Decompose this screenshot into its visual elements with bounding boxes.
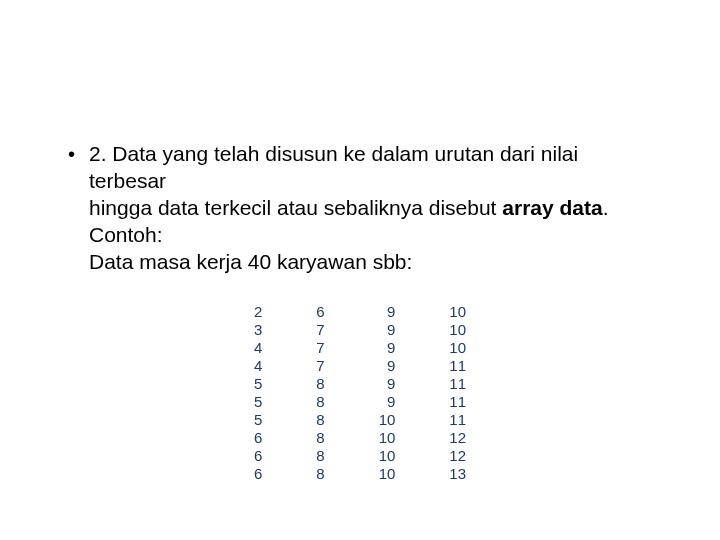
cell: 9 bbox=[387, 357, 395, 375]
cell: 12 bbox=[449, 429, 466, 447]
cell: 7 bbox=[316, 357, 324, 375]
cell: 9 bbox=[387, 375, 395, 393]
cell: 8 bbox=[316, 447, 324, 465]
cell: 3 bbox=[254, 321, 262, 339]
cell: 7 bbox=[316, 339, 324, 357]
cell: 11 bbox=[449, 375, 466, 393]
cell: 11 bbox=[449, 411, 466, 429]
cell: 9 bbox=[387, 339, 395, 357]
text-line-2-bold: array data bbox=[502, 196, 602, 219]
cell: 9 bbox=[387, 393, 395, 411]
cell: 10 bbox=[449, 303, 466, 321]
data-table: 2 3 4 4 5 5 5 6 6 6 6 7 7 7 8 8 8 8 8 8 … bbox=[60, 303, 660, 483]
text-line-4: Data masa kerja 40 karyawan sbb: bbox=[89, 250, 412, 273]
cell: 10 bbox=[449, 339, 466, 357]
cell: 6 bbox=[316, 303, 324, 321]
cell: 4 bbox=[254, 339, 262, 357]
cell: 10 bbox=[379, 411, 396, 429]
cell: 12 bbox=[449, 447, 466, 465]
cell: 10 bbox=[449, 321, 466, 339]
cell: 9 bbox=[387, 303, 395, 321]
cell: 6 bbox=[254, 465, 262, 483]
cell: 5 bbox=[254, 393, 262, 411]
cell: 8 bbox=[316, 465, 324, 483]
bullet-text: 2. Data yang telah disusun ke dalam urut… bbox=[89, 140, 660, 275]
cell: 5 bbox=[254, 411, 262, 429]
cell: 11 bbox=[449, 357, 466, 375]
data-column-3: 9 9 9 9 9 9 10 10 10 10 bbox=[379, 303, 396, 483]
cell: 13 bbox=[449, 465, 466, 483]
slide: • 2. Data yang telah disusun ke dalam ur… bbox=[0, 0, 720, 540]
cell: 8 bbox=[316, 375, 324, 393]
text-line-2a: hingga data terkecil atau sebaliknya dis… bbox=[89, 196, 502, 219]
cell: 6 bbox=[254, 447, 262, 465]
text-line-2b: . bbox=[603, 196, 609, 219]
data-column-2: 6 7 7 7 8 8 8 8 8 8 bbox=[316, 303, 324, 483]
cell: 5 bbox=[254, 375, 262, 393]
cell: 4 bbox=[254, 357, 262, 375]
cell: 11 bbox=[449, 393, 466, 411]
data-column-4: 10 10 10 11 11 11 11 12 12 13 bbox=[449, 303, 466, 483]
cell: 10 bbox=[379, 429, 396, 447]
cell: 10 bbox=[379, 465, 396, 483]
bullet-marker: • bbox=[68, 140, 75, 168]
cell: 6 bbox=[254, 429, 262, 447]
cell: 8 bbox=[316, 411, 324, 429]
cell: 10 bbox=[379, 447, 396, 465]
cell: 8 bbox=[316, 393, 324, 411]
bullet-item: • 2. Data yang telah disusun ke dalam ur… bbox=[60, 140, 660, 275]
cell: 8 bbox=[316, 429, 324, 447]
cell: 9 bbox=[387, 321, 395, 339]
data-column-1: 2 3 4 4 5 5 5 6 6 6 bbox=[254, 303, 262, 483]
text-line-1: 2. Data yang telah disusun ke dalam urut… bbox=[89, 142, 578, 192]
text-line-3: Contoh: bbox=[89, 223, 163, 246]
cell: 2 bbox=[254, 303, 262, 321]
cell: 7 bbox=[316, 321, 324, 339]
